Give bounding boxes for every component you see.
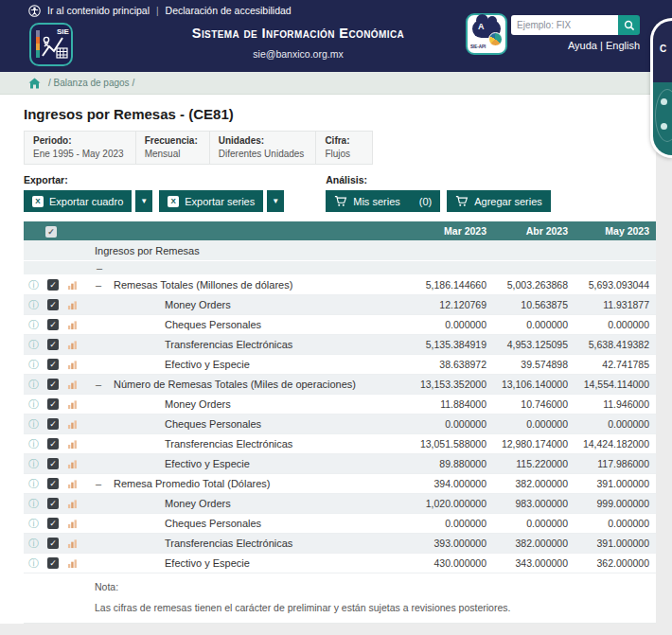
info-icon[interactable]: ⓘ [28, 399, 39, 410]
value-abr-2023: 0.000000 [493, 319, 575, 330]
chart-icon[interactable] [67, 519, 78, 529]
chart-icon[interactable] [67, 340, 78, 350]
add-series-button[interactable]: Agregar series [447, 190, 551, 212]
row-checkbox[interactable]: ✓ [47, 319, 59, 330]
search-button[interactable] [618, 15, 640, 35]
english-link[interactable]: English [606, 40, 640, 51]
info-icon[interactable]: ⓘ [28, 320, 39, 330]
search-input[interactable] [511, 15, 618, 35]
info-icon[interactable]: ⓘ [28, 379, 39, 390]
column-header-mar: Mar 2023 [412, 225, 493, 237]
info-icon[interactable]: ⓘ [28, 479, 39, 489]
my-series-button[interactable]: Mis series (0) [326, 190, 440, 212]
row-checkbox[interactable]: ✓ [47, 557, 59, 569]
site-header: SIE Sistema de Información Económica sie… [0, 21, 672, 72]
info-icon[interactable]: ⓘ [28, 459, 39, 469]
chart-icon[interactable] [67, 459, 78, 469]
chart-icon[interactable] [67, 479, 78, 489]
info-icon[interactable]: ⓘ [28, 340, 39, 350]
chart-icon[interactable] [67, 499, 78, 509]
chart-icon[interactable] [67, 300, 78, 310]
chart-icon[interactable] [67, 538, 78, 549]
value-may-2023: 11.931877 [575, 299, 656, 310]
value-abr-2023: 13,106.140000 [493, 379, 575, 390]
sie-logo[interactable]: SIE [28, 22, 74, 67]
table-row: ⓘ ✓ Money Orders 1,020.000000 983.000000… [24, 494, 656, 514]
export-series-button[interactable]: X Exportar series [159, 190, 263, 212]
value-may-2023: 0.000000 [575, 418, 656, 430]
collapse-toggle[interactable]: – [96, 379, 104, 390]
info-icon[interactable]: ⓘ [28, 360, 39, 370]
row-checkbox[interactable]: ✓ [47, 498, 59, 509]
info-icon[interactable]: ⓘ [28, 558, 39, 569]
value-abr-2023: 0.000000 [493, 418, 575, 430]
breadcrumb-path[interactable]: / Balanza de pagos / [48, 78, 134, 88]
chart-icon[interactable] [67, 399, 78, 410]
info-icon[interactable]: ⓘ [28, 280, 39, 291]
row-checkbox[interactable]: ✓ [47, 438, 59, 450]
analysis-group: Análisis: Mis series (0) [326, 174, 551, 212]
row-checkbox[interactable]: ✓ [47, 538, 59, 549]
chart-icon[interactable] [67, 439, 78, 450]
row-icons: ⓘ ✓ [24, 379, 92, 390]
home-icon[interactable] [28, 78, 41, 89]
group-title-label: Ingresos por Remesas [95, 245, 200, 256]
table-row: ⓘ ✓ Efectivo y Especie 89.880000 115.220… [24, 454, 656, 474]
column-header-may: May 2023 [575, 225, 656, 237]
row-icons: ⓘ ✓ [24, 319, 92, 330]
sie-api-badge[interactable]: A SIE-API [466, 13, 507, 55]
value-may-2023: 0.000000 [575, 518, 656, 529]
row-checkbox[interactable]: ✓ [47, 478, 59, 489]
row-checkbox[interactable]: ✓ [47, 279, 59, 291]
value-abr-2023: 10.563875 [493, 299, 575, 310]
skip-to-content-link[interactable]: Ir al contenido principal [47, 5, 150, 16]
value-may-2023: 14,554.114000 [575, 379, 656, 390]
row-icons: ⓘ ✓ [24, 478, 92, 489]
contact-email[interactable]: sie@banxico.org.mx [147, 48, 450, 60]
group-collapse-row: – [24, 261, 656, 275]
chart-icon[interactable] [67, 320, 78, 330]
row-checkbox[interactable]: ✓ [47, 379, 59, 390]
value-mar-2023: 11.884000 [412, 398, 493, 410]
meta-cifra: Cifra: Flujos [316, 131, 373, 165]
site-title: Sistema de Información Económica [147, 26, 450, 41]
info-icon[interactable]: ⓘ [28, 499, 39, 509]
excel-icon: X [32, 196, 44, 207]
chart-icon[interactable] [67, 379, 78, 390]
contact-widget[interactable]: C [650, 18, 672, 158]
row-icons: ⓘ ✓ [24, 299, 92, 310]
table-header: ✓ Mar 2023 Abr 2023 May 2023 [24, 221, 656, 240]
row-checkbox[interactable]: ✓ [47, 359, 59, 370]
export-table-button[interactable]: X Exportar cuadro [24, 190, 132, 212]
info-icon[interactable]: ⓘ [28, 419, 39, 430]
row-checkbox[interactable]: ✓ [47, 398, 59, 410]
info-icon[interactable]: ⓘ [28, 538, 39, 549]
meta-value: Diferentes Unidades [219, 149, 305, 159]
help-link[interactable]: Ayuda [568, 40, 597, 51]
export-series-dropdown[interactable]: ▼ [267, 190, 284, 212]
meta-frecuencia: Frecuencia: Mensual [136, 131, 210, 165]
info-icon[interactable]: ⓘ [28, 300, 39, 310]
series-label: Efectivo y Especie [165, 458, 412, 469]
value-may-2023: 5,638.419382 [575, 339, 656, 350]
meta-value: Ene 1995 - May 2023 [33, 149, 124, 159]
row-checkbox[interactable]: ✓ [47, 299, 59, 310]
collapse-toggle[interactable]: – [96, 478, 104, 489]
row-checkbox[interactable]: ✓ [47, 458, 59, 469]
select-all-checkbox[interactable]: ✓ [45, 226, 57, 238]
row-checkbox[interactable]: ✓ [47, 339, 59, 350]
chart-icon[interactable] [67, 360, 78, 370]
analysis-label: Análisis: [326, 174, 551, 185]
row-checkbox[interactable]: ✓ [47, 518, 59, 529]
accessibility-statement-link[interactable]: Declaración de accesibilidad [166, 5, 292, 16]
chart-icon[interactable] [67, 280, 78, 291]
chart-icon[interactable] [67, 419, 78, 430]
collapse-toggle[interactable]: – [96, 279, 104, 291]
collapse-toggle[interactable]: – [97, 262, 102, 273]
export-table-dropdown[interactable]: ▼ [135, 190, 152, 212]
chart-icon[interactable] [67, 558, 78, 569]
row-checkbox[interactable]: ✓ [47, 418, 59, 430]
search-bar [511, 15, 640, 35]
info-icon[interactable]: ⓘ [28, 519, 39, 529]
info-icon[interactable]: ⓘ [28, 439, 39, 450]
